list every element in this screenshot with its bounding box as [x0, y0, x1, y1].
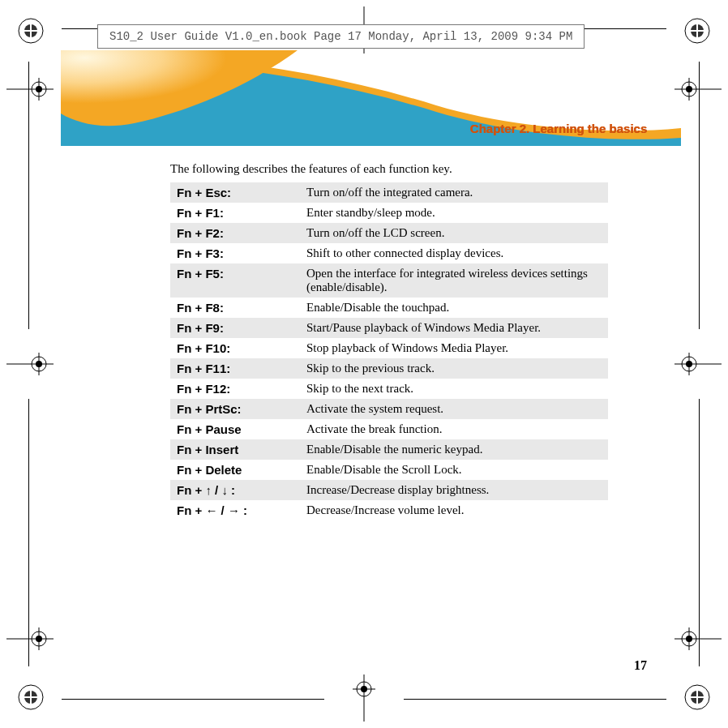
function-key-table: Fn + Esc:Turn on/off the integrated came… [170, 182, 608, 520]
svg-point-31 [686, 636, 692, 642]
fn-description: Open the interface for integrated wirele… [300, 263, 608, 298]
table-row: Fn + F8:Enable/Disable the touchpad. [170, 298, 608, 318]
crop-line [404, 699, 666, 700]
table-row: Fn + InsertEnable/Disable the numeric ke… [170, 439, 608, 460]
table-row: Fn + Esc:Turn on/off the integrated came… [170, 182, 608, 203]
svg-point-35 [36, 361, 42, 367]
crosshair-icon [674, 353, 722, 375]
table-row: Fn + F10:Stop playback of Windows Media … [170, 338, 608, 358]
crosshair-icon [674, 78, 722, 101]
fn-key: Fn + F10: [170, 338, 300, 358]
intro-text: The following describes the features of … [170, 162, 608, 176]
file-header: S10_2 User Guide V1.0_en.book Page 17 Mo… [97, 24, 585, 49]
fn-description: Skip to the next track. [300, 379, 608, 399]
fn-key: Fn + Delete [170, 460, 300, 480]
fn-description: Shift to other connected display devices… [300, 243, 608, 263]
fn-key: Fn + F5: [170, 263, 300, 298]
registration-mark-icon [16, 16, 45, 45]
svg-point-39 [686, 361, 692, 367]
table-row: Fn + PrtSc:Activate the system request. [170, 399, 608, 419]
registration-mark-icon [683, 683, 712, 712]
crosshair-icon [6, 627, 54, 650]
crop-line [699, 62, 700, 329]
fn-description: Turn on/off the LCD screen. [300, 223, 608, 243]
table-row: Fn + DeleteEnable/Disable the Scroll Loc… [170, 460, 608, 480]
crop-line [28, 399, 29, 666]
svg-point-19 [36, 86, 42, 92]
crosshair-icon [674, 627, 722, 650]
crop-line [699, 399, 700, 666]
table-row: Fn + F5:Open the interface for integrate… [170, 263, 608, 298]
fn-description: Activate the system request. [300, 399, 608, 419]
fn-key: Fn + F12: [170, 379, 300, 399]
fn-description: Skip to the previous track. [300, 358, 608, 379]
fn-key: Fn + F1: [170, 203, 300, 223]
crop-line [28, 62, 29, 329]
fn-description: Start/Pause playback of Windows Media Pl… [300, 318, 608, 338]
table-row: Fn + F1:Enter standby/sleep mode. [170, 203, 608, 223]
registration-mark-icon [16, 683, 45, 712]
fn-description: Decrease/Increase volume level. [300, 500, 608, 520]
page-content: The following describes the features of … [170, 162, 608, 520]
table-row: Fn + F2:Turn on/off the LCD screen. [170, 223, 608, 243]
fn-key: Fn + PrtSc: [170, 399, 300, 419]
fn-description: Enable/Disable the Scroll Lock. [300, 460, 608, 480]
crosshair-icon [6, 353, 54, 375]
fn-description: Stop playback of Windows Media Player. [300, 338, 608, 358]
fn-key: Fn + ← / → : [170, 500, 300, 520]
table-row: Fn + PauseActivate the break function. [170, 419, 608, 439]
table-row: Fn + F3:Shift to other connected display… [170, 243, 608, 263]
fn-key: Fn + Insert [170, 439, 300, 460]
fn-key: Fn + F3: [170, 243, 300, 263]
fn-key: Fn + Pause [170, 419, 300, 439]
fn-key: Fn + F2: [170, 223, 300, 243]
fn-key: Fn + F8: [170, 298, 300, 318]
svg-point-47 [361, 686, 367, 692]
crosshair-icon [6, 78, 54, 101]
fn-key: Fn + F11: [170, 358, 300, 379]
table-row: Fn + ← / → :Decrease/Increase volume lev… [170, 500, 608, 520]
chapter-title: Chapter 2. Learning the basics [470, 122, 647, 135]
svg-point-27 [36, 636, 42, 642]
fn-description: Increase/Decrease display brightness. [300, 480, 608, 500]
fn-description: Enter standby/sleep mode. [300, 203, 608, 223]
table-row: Fn + ↑ / ↓ :Increase/Decrease display br… [170, 480, 608, 500]
fn-description: Activate the break function. [300, 419, 608, 439]
fn-description: Enable/Disable the touchpad. [300, 298, 608, 318]
table-row: Fn + F12:Skip to the next track. [170, 379, 608, 399]
crosshair-icon [353, 674, 375, 722]
fn-key: Fn + F9: [170, 318, 300, 338]
table-row: Fn + F9:Start/Pause playback of Windows … [170, 318, 608, 338]
fn-description: Enable/Disable the numeric keypad. [300, 439, 608, 460]
page-number: 17 [634, 658, 647, 673]
svg-point-23 [686, 86, 692, 92]
fn-key: Fn + ↑ / ↓ : [170, 480, 300, 500]
fn-description: Turn on/off the integrated camera. [300, 182, 608, 203]
registration-mark-icon [683, 16, 712, 45]
fn-key: Fn + Esc: [170, 182, 300, 203]
table-row: Fn + F11:Skip to the previous track. [170, 358, 608, 379]
crop-line [62, 699, 324, 700]
